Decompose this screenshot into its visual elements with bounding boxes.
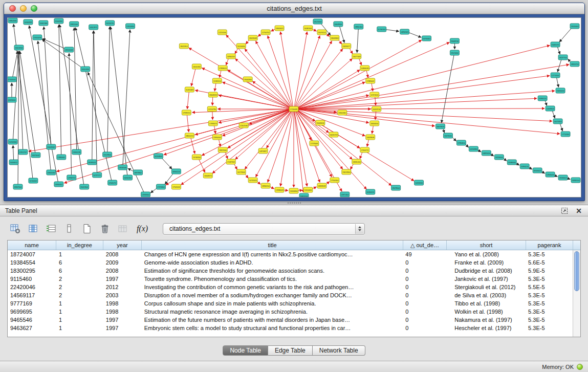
- graph-node-label: 16155276: [106, 22, 114, 25]
- graph-node-label: 15367488: [39, 22, 48, 25]
- graph-edge: [366, 71, 368, 78]
- graph-edge: [38, 41, 51, 170]
- table-cell: Tibbo et al. (1998): [446, 300, 526, 307]
- graph-edge: [19, 51, 23, 149]
- graph-node-label: 18125304: [314, 20, 322, 23]
- graph-edge: [298, 64, 569, 108]
- graph-edge: [268, 112, 292, 183]
- table-cell: 1: [56, 325, 103, 331]
- graph-node-label: 17999374: [183, 112, 191, 114]
- graph-node-label: 19861304: [355, 26, 363, 28]
- table-cell: 5.3E-5: [526, 300, 573, 307]
- new-table-icon[interactable]: [81, 223, 93, 235]
- graph-edge: [442, 55, 454, 123]
- graph-node-label: 15134454: [237, 45, 246, 48]
- network-canvas[interactable]: 1724048118303022127547521842654815134454…: [7, 17, 581, 198]
- close-panel-icon[interactable]: ✕: [575, 207, 583, 215]
- table-cell: 9465546: [8, 317, 56, 323]
- graph-edge: [294, 32, 307, 106]
- graph-edge: [69, 53, 72, 175]
- table-cell: Wolkin et al. (1998): [446, 309, 526, 315]
- graph-node-label: 12871304: [341, 193, 349, 196]
- graph-edge: [298, 109, 552, 121]
- column-header-title[interactable]: title: [142, 240, 403, 250]
- graph-node-label: 18556224: [172, 170, 181, 173]
- graph-edge: [42, 39, 82, 68]
- graph-edge: [298, 91, 555, 109]
- graph-node-label: 12224206: [219, 31, 227, 34]
- scrollbar-thumb[interactable]: [574, 251, 579, 291]
- table-row[interactable]: 1456911722003Disruption of a novel membe…: [8, 291, 573, 299]
- table-row[interactable]: 1938455462009Genome-wide association stu…: [8, 258, 573, 267]
- graph-node-label: 17054721: [361, 149, 369, 151]
- table-cell: 1997: [103, 276, 142, 282]
- graph-node-label: 14512971: [90, 26, 98, 29]
- column-header-pagerank[interactable]: pagerank: [526, 240, 573, 250]
- graph-node-label: 15679034: [444, 135, 452, 137]
- table-cell: Estimation of the future numbers of pati…: [142, 317, 403, 323]
- delete-table-icon[interactable]: [99, 223, 111, 235]
- table-select[interactable]: citations_edges.txt: [163, 223, 365, 235]
- graph-node-label: 15748260: [193, 156, 201, 159]
- graph-node-label: 19060906: [244, 78, 252, 81]
- column-header-short[interactable]: short: [447, 240, 526, 250]
- column-header-year[interactable]: year: [103, 240, 142, 250]
- graph-node-label: 11431683: [186, 89, 194, 91]
- column-header-out_de[interactable]: △ out_de…: [403, 240, 447, 250]
- tab-network-table[interactable]: Network Table: [313, 345, 365, 356]
- dropdown-stepper-icon: [355, 224, 364, 234]
- graph-node-label: 19453224: [557, 90, 565, 92]
- column-header-in_degree[interactable]: in_degree: [56, 240, 103, 250]
- graph-node-label: 18106422: [534, 169, 542, 172]
- select-rows-icon[interactable]: [45, 223, 57, 235]
- graph-node-label: 17710304: [562, 133, 570, 136]
- column-icon[interactable]: [63, 223, 75, 235]
- table-settings-icon[interactable]: [9, 223, 21, 235]
- vertical-scrollbar[interactable]: [573, 250, 580, 337]
- show-columns-icon[interactable]: [27, 223, 39, 235]
- network-window-titlebar[interactable]: citations_edges.txt: [4, 3, 584, 14]
- table-cell: Disruption of a novel member of a sodium…: [142, 292, 403, 298]
- panel-splitter[interactable]: [0, 201, 588, 205]
- table-cell: 1: [56, 300, 103, 307]
- table-row[interactable]: 946554611997Estimation of the future num…: [8, 316, 573, 324]
- graph-edge: [294, 112, 307, 186]
- graph-edge: [298, 108, 545, 109]
- graph-node-label: 11835377: [342, 45, 351, 48]
- graph-node-label: 16206804: [155, 155, 163, 158]
- graph-node-label: 17885442: [366, 80, 375, 82]
- graph-edge: [212, 112, 213, 120]
- table-row[interactable]: 911546021997Tourette syndrome. Phenomeno…: [8, 275, 573, 283]
- graph-edge: [59, 25, 61, 155]
- float-panel-icon[interactable]: [560, 207, 569, 215]
- tab-edge-table[interactable]: Edge Table: [268, 345, 313, 356]
- graph-edge: [552, 111, 555, 118]
- table-row[interactable]: 1830029562008Estimation of significance …: [8, 267, 573, 275]
- graph-edge: [557, 47, 560, 54]
- table-cell: 22420046: [8, 284, 56, 290]
- table-cell: Stergiakouli et al. (2012): [446, 284, 526, 290]
- tab-node-table[interactable]: Node Table: [223, 345, 268, 356]
- graph-node-label: 12945024: [547, 173, 555, 176]
- table-cell: 0: [403, 300, 446, 307]
- table-row[interactable]: 977716911998Corpus callosum shape and si…: [8, 299, 573, 308]
- network-graph[interactable]: 1724048118303022127547521842654815134454…: [8, 18, 581, 197]
- table-cell: 2008: [103, 268, 142, 274]
- graph-node-label: 15056512: [10, 161, 18, 164]
- import-table-icon[interactable]: [117, 223, 129, 235]
- graph-edge: [214, 83, 216, 92]
- graph-node-label: 16891624: [483, 152, 491, 155]
- graph-node-label: 19056548: [119, 166, 127, 169]
- table-row[interactable]: 946362711997Embryonic stem cells: a mode…: [8, 324, 573, 332]
- column-header-name[interactable]: name: [8, 240, 56, 250]
- graph-edge: [94, 31, 97, 172]
- graph-node-label: 12754752: [262, 31, 270, 34]
- table-cell: 6: [56, 259, 103, 266]
- graph-node-label: 11744202: [29, 180, 37, 182]
- table-cell: 0: [403, 268, 446, 274]
- table-row[interactable]: 2242004622012Investigating the contribut…: [8, 283, 573, 291]
- table-row[interactable]: 1872400712008Changes of HCN gene express…: [8, 250, 573, 258]
- table-row[interactable]: 969969511998Structural magnetic resonanc…: [8, 308, 573, 316]
- graph-node-label: 15081374: [552, 43, 560, 46]
- function-builder-button[interactable]: f(x): [135, 223, 150, 235]
